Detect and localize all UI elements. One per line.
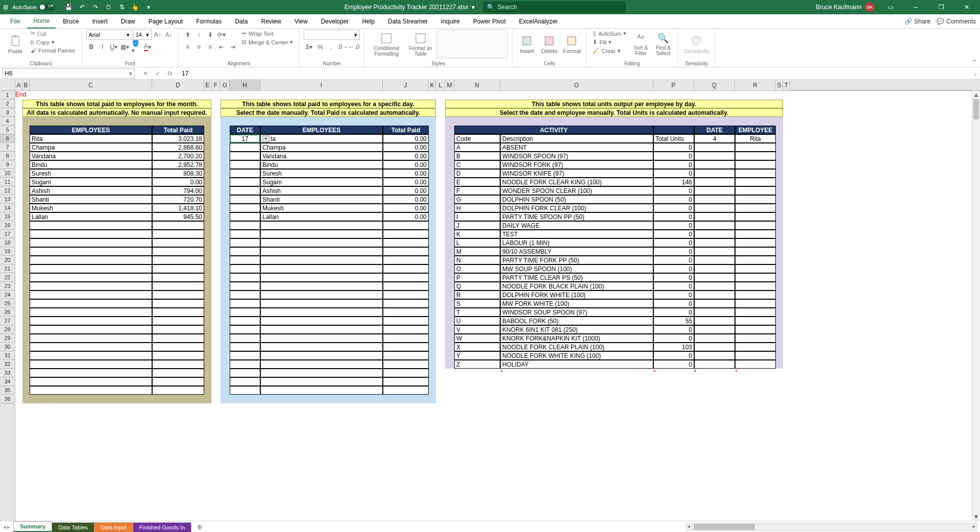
table1-paid-cell[interactable] <box>152 273 204 282</box>
table2-name-cell[interactable] <box>260 273 383 282</box>
format-as-table-button[interactable]: Format as Table <box>406 30 435 59</box>
table1-name-cell[interactable]: Shanti <box>30 195 152 204</box>
table3-empty[interactable] <box>694 221 735 230</box>
table3-desc-cell[interactable]: DOLPHIN FORK CLEAR (100) <box>500 204 653 212</box>
row-header-19[interactable]: 19 <box>0 247 15 256</box>
table1-paid-cell[interactable]: 945.50 <box>152 212 204 221</box>
table2-paid-cell[interactable] <box>383 291 429 299</box>
table2-blank[interactable] <box>230 238 260 247</box>
table3-units-cell[interactable]: 0 <box>653 308 694 317</box>
table1-paid-cell[interactable]: 0.00 <box>152 178 204 186</box>
table1-paid-cell[interactable] <box>152 264 204 273</box>
table3-units-cell[interactable]: 55 <box>653 317 694 325</box>
table1-paid-cell[interactable]: 3,023.18 <box>152 134 204 143</box>
table1-paid-cell[interactable]: 808.30 <box>152 169 204 178</box>
table3-empty[interactable] <box>694 195 735 204</box>
table2-paid-cell[interactable]: 0.00 <box>383 169 429 178</box>
tab-view[interactable]: View <box>288 15 314 28</box>
table2-name-cell[interactable] <box>260 334 383 343</box>
table3-empty[interactable] <box>735 351 776 360</box>
row-header-26[interactable]: 26 <box>0 308 15 317</box>
table2-paid-cell[interactable]: 0.00 <box>383 195 429 204</box>
format-cells-button[interactable]: Format <box>561 30 582 59</box>
table3-code-cell[interactable]: S <box>454 299 500 308</box>
table3-empty[interactable] <box>735 204 776 212</box>
table3-desc-cell[interactable]: PARTY TIME FORK PP (50) <box>500 256 653 264</box>
table3-desc-cell[interactable]: TEST <box>500 230 653 238</box>
table3-units-cell[interactable]: 0 <box>653 212 694 221</box>
table3-empty[interactable] <box>735 308 776 317</box>
col-header-S[interactable]: S <box>776 80 783 90</box>
table2-name-cell[interactable] <box>260 343 383 351</box>
table1-paid-cell[interactable] <box>152 317 204 325</box>
table2-name-cell[interactable] <box>260 238 383 247</box>
table2-blank[interactable] <box>230 247 260 256</box>
table3-empty[interactable] <box>735 212 776 221</box>
row-header-16[interactable]: 16 <box>0 221 15 230</box>
table2-blank[interactable] <box>230 282 260 291</box>
table3-empty[interactable] <box>694 186 735 195</box>
table3-units-cell[interactable]: 0 <box>653 143 694 152</box>
tab-power-pivot[interactable]: Power Pivot <box>467 15 512 28</box>
formula-input[interactable] <box>179 68 971 79</box>
increase-font-icon[interactable]: A↑ <box>153 30 163 40</box>
table1-paid-cell[interactable] <box>152 351 204 360</box>
table3-code-cell[interactable]: L <box>454 238 500 247</box>
table3-desc-cell[interactable]: PARTY TIME SPOON PP (50) <box>500 212 653 221</box>
table1-name-cell[interactable] <box>30 325 152 334</box>
table2-name-cell[interactable]: Sugam <box>260 178 383 186</box>
table3-code-cell[interactable]: C <box>454 160 500 169</box>
table3-empty[interactable] <box>694 351 735 360</box>
col-header-A[interactable]: A <box>15 80 22 90</box>
tab-help[interactable]: Help <box>356 15 381 28</box>
table2-blank[interactable] <box>230 325 260 334</box>
table3-units-cell[interactable]: 0 <box>653 273 694 282</box>
table3-code-cell[interactable]: Q <box>454 282 500 291</box>
table1-paid-cell[interactable] <box>152 325 204 334</box>
table3-empty[interactable] <box>694 291 735 299</box>
table3-code-cell[interactable]: G <box>454 195 500 204</box>
table1-name-cell[interactable] <box>30 256 152 264</box>
table2-paid-cell[interactable] <box>383 343 429 351</box>
font-name-select[interactable]: Arial▾ <box>86 30 132 40</box>
table2-paid-cell[interactable] <box>383 377 429 386</box>
cell-styles-gallery[interactable] <box>437 30 508 58</box>
row-header-14[interactable]: 14 <box>0 204 15 212</box>
table3-empty[interactable] <box>694 308 735 317</box>
table3-empty[interactable] <box>735 256 776 264</box>
table3-code-cell[interactable]: F <box>454 186 500 195</box>
table3-units-cell[interactable]: 0 <box>653 230 694 238</box>
conditional-formatting-button[interactable]: Conditional Formatting <box>369 30 404 59</box>
collapse-ribbon-icon[interactable]: ⌃ <box>972 59 977 66</box>
comments-button[interactable]: 💬Comments <box>937 18 976 25</box>
table3-units-cell[interactable]: 0 <box>653 221 694 230</box>
row-header-32[interactable]: 32 <box>0 360 15 369</box>
table3-code-cell[interactable]: R <box>454 291 500 299</box>
table3-units-cell[interactable]: 0 <box>653 152 694 160</box>
table3-empty[interactable] <box>694 212 735 221</box>
table1-paid-cell[interactable] <box>152 238 204 247</box>
table2-blank[interactable] <box>230 334 260 343</box>
col-header-T[interactable]: T <box>783 80 790 90</box>
table2-blank[interactable] <box>230 152 260 160</box>
table3-empty[interactable] <box>694 238 735 247</box>
row-header-6[interactable]: 6 <box>0 134 15 143</box>
table3-desc-cell[interactable]: DAILY WAGE <box>500 221 653 230</box>
table3-code-cell[interactable]: Z <box>454 360 500 369</box>
table3-code-cell[interactable]: Y <box>454 351 500 360</box>
table3-desc-cell[interactable]: WINDSOR FORK (97) <box>500 160 653 169</box>
col-header-M[interactable]: M <box>445 80 454 90</box>
tab-review[interactable]: Review <box>255 15 287 28</box>
table3-empty[interactable] <box>735 230 776 238</box>
row-header-34[interactable]: 34 <box>0 377 15 386</box>
table1-name-cell[interactable] <box>30 308 152 317</box>
table1-paid-cell[interactable] <box>152 299 204 308</box>
table3-units-cell[interactable]: 0 <box>653 264 694 273</box>
table1-name-cell[interactable]: Rita <box>30 134 152 143</box>
table2-blank[interactable] <box>230 343 260 351</box>
table3-units-cell[interactable]: 103 <box>653 343 694 351</box>
table1-name-cell[interactable] <box>30 343 152 351</box>
table1-name-cell[interactable]: Champa <box>30 143 152 152</box>
table3-code-cell[interactable]: J <box>454 221 500 230</box>
table1-name-cell[interactable] <box>30 317 152 325</box>
